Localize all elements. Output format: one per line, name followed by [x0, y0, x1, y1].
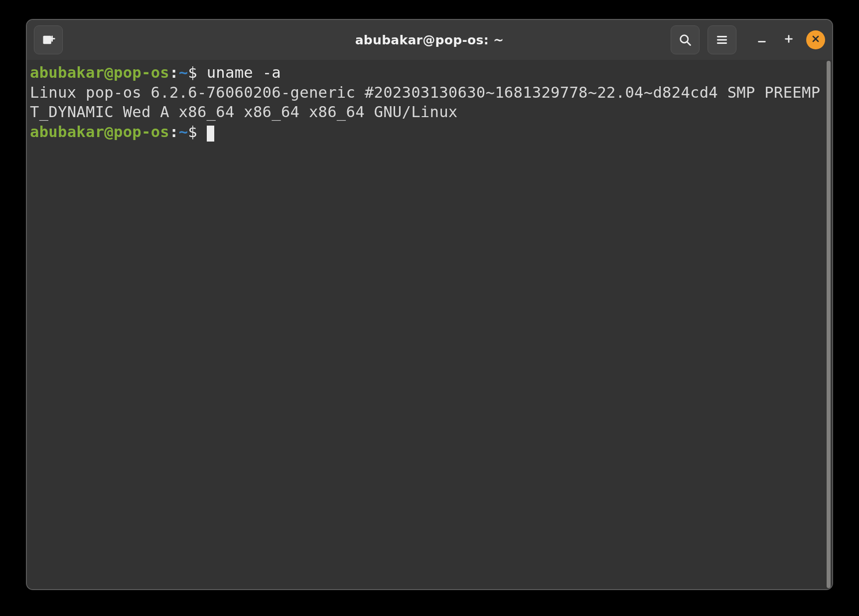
new-tab-button[interactable] — [34, 25, 63, 54]
prompt-sigil: $ — [188, 123, 197, 141]
scrollbar[interactable] — [825, 60, 832, 589]
command-text: uname -a — [207, 64, 281, 81]
prompt-line-1: abubakar@pop-os:~$ uname -a — [30, 64, 281, 81]
prompt-colon: : — [169, 123, 179, 141]
search-icon — [678, 33, 692, 47]
search-button[interactable] — [671, 25, 700, 54]
svg-rect-0 — [43, 36, 51, 44]
terminal-window: abubakar@pop-os: ~ — [26, 19, 833, 590]
prompt-host: pop-os — [114, 123, 169, 141]
command-output: Linux pop-os 6.2.6-76060206-generic #202… — [30, 84, 820, 121]
cursor — [207, 126, 214, 142]
close-button[interactable] — [806, 30, 825, 49]
prompt-colon: : — [169, 64, 179, 81]
prompt-host: pop-os — [114, 64, 169, 81]
close-icon — [811, 34, 821, 46]
terminal-body: abubakar@pop-os:~$ uname -a Linux pop-os… — [27, 60, 832, 589]
prompt-user: abubakar — [30, 123, 104, 141]
hamburger-icon — [716, 33, 728, 46]
titlebar: abubakar@pop-os: ~ — [27, 20, 832, 60]
prompt-sigil: $ — [188, 64, 197, 81]
new-tab-icon — [41, 33, 55, 47]
prompt-line-2: abubakar@pop-os:~$ — [30, 123, 214, 141]
prompt-at: @ — [104, 64, 114, 81]
svg-line-4 — [688, 42, 691, 45]
scrollbar-thumb[interactable] — [827, 61, 831, 588]
prompt-at: @ — [104, 123, 114, 141]
prompt-cwd: ~ — [179, 123, 188, 141]
prompt-user: abubakar — [30, 64, 104, 81]
prompt-cwd: ~ — [179, 64, 188, 81]
minimize-button[interactable] — [752, 30, 771, 49]
menu-button[interactable] — [708, 25, 736, 54]
titlebar-right-cluster — [671, 25, 825, 54]
terminal-viewport[interactable]: abubakar@pop-os:~$ uname -a Linux pop-os… — [27, 60, 825, 589]
minimize-icon — [756, 33, 767, 46]
maximize-button[interactable] — [779, 30, 798, 49]
plus-icon — [783, 33, 794, 46]
svg-point-3 — [681, 35, 688, 43]
